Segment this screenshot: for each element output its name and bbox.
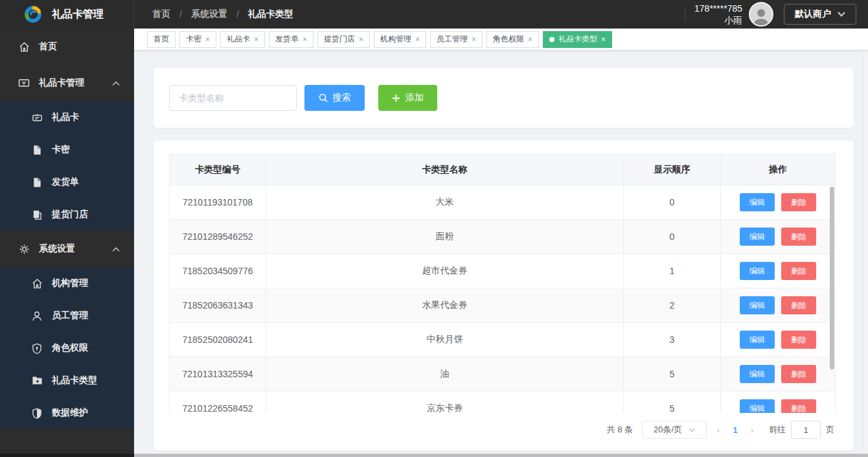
table-row: 71852034509776 超市代金券 1 编辑 删除 [170, 254, 835, 288]
page-size-value: 20条/页 [654, 424, 682, 436]
sidebar-item-shipment[interactable]: 发货单 [0, 166, 134, 198]
document-icon [31, 144, 43, 156]
sidebar-item-label: 机构管理 [52, 277, 88, 289]
sidebar-group-settings[interactable]: 系统设置 [0, 231, 134, 267]
breadcrumb-home[interactable]: 首页 [152, 8, 170, 20]
cell-card-type-name: 京东卡券 [266, 392, 624, 413]
table-row: 72101313325594 油 5 编辑 删除 [170, 357, 835, 392]
cell-actions: 编辑 删除 [721, 392, 835, 413]
sidebar-item-giftcard-type[interactable]: 礼品卡类型 [0, 364, 134, 397]
current-page[interactable]: 1 [730, 425, 740, 435]
user-phone: 178*****785 [694, 3, 742, 14]
edit-button[interactable]: 编辑 [740, 193, 775, 211]
cell-card-type-id: 72101313325594 [170, 357, 266, 392]
table-row: 72101289546252 面粉 0 编辑 删除 [170, 220, 835, 254]
header-right: 178*****785 小雨 默认商户 [685, 2, 868, 27]
prev-page-button[interactable]: ‹ [712, 425, 725, 435]
tab-home[interactable]: 首页 [147, 31, 176, 48]
logo-zone: 礼品卡管理 [0, 0, 134, 29]
goto-page-input[interactable] [791, 421, 821, 439]
close-icon[interactable]: × [205, 35, 210, 44]
gift-card-icon [18, 77, 30, 89]
data-table: 卡类型编号 卡类型名称 显示顺序 操作 72101193101708 大米 0 … [169, 154, 836, 413]
close-icon[interactable]: × [472, 35, 476, 44]
cell-card-type-id: 72101289546252 [170, 220, 266, 254]
window-horizontal-scrollbar[interactable] [134, 454, 868, 457]
cell-card-type-name: 中秋月饼 [266, 323, 624, 357]
breadcrumb-system[interactable]: 系统设置 [191, 8, 227, 20]
cell-display-order: 5 [624, 392, 721, 413]
chevron-up-icon [112, 244, 120, 254]
tab-label: 礼品卡类型 [558, 34, 597, 45]
edit-button[interactable]: 编辑 [740, 365, 775, 383]
sidebar-item-org-management[interactable]: 机构管理 [0, 267, 134, 299]
edit-button[interactable]: 编辑 [740, 331, 775, 349]
table-row: 72101226558452 京东卡券 5 编辑 删除 [170, 392, 835, 413]
close-icon[interactable]: × [359, 35, 363, 44]
close-icon[interactable]: × [528, 35, 532, 44]
search-input[interactable] [169, 85, 297, 111]
sidebar-item-role-permission[interactable]: 角色权限 [0, 332, 134, 364]
tab-cardkey[interactable]: 卡密× [179, 31, 216, 48]
delete-button[interactable]: 删除 [781, 331, 816, 349]
sidebar-item-giftcard[interactable]: 礼品卡 [0, 101, 134, 134]
page-size-select[interactable]: 20条/页 [642, 421, 707, 439]
sidebar-item-label: 数据维护 [52, 407, 88, 419]
sidebar-item-pickup-store[interactable]: 提货门店 [0, 198, 134, 231]
copy-document-icon [31, 209, 43, 220]
delete-button[interactable]: 删除 [781, 296, 816, 314]
main-content: 搜索 添加 卡类型编号 卡类型名称 显示顺序 操作 72101193101708… [134, 51, 868, 454]
cell-card-type-id: 71852034509776 [170, 254, 266, 288]
search-button[interactable]: 搜索 [304, 85, 365, 111]
add-button[interactable]: 添加 [378, 85, 437, 111]
sidebar-item-label: 卡密 [52, 144, 70, 156]
pagination: 共 8 条 20条/页 ‹ 1 › 前往 页 [169, 421, 836, 439]
tab-pickup-store[interactable]: 提货门店× [317, 31, 370, 48]
sidebar-group-giftcard[interactable]: 礼品卡管理 [0, 65, 134, 101]
merchant-select-button[interactable]: 默认商户 [784, 4, 856, 25]
cell-actions: 编辑 删除 [721, 357, 835, 392]
person-icon [751, 6, 771, 25]
tab-giftcard[interactable]: 礼品卡× [220, 31, 265, 48]
submenu-settings: 机构管理 员工管理 角色权限 礼品卡类型 数据维护 [0, 267, 134, 429]
delete-button[interactable]: 删除 [781, 399, 816, 413]
edit-button[interactable]: 编辑 [740, 228, 775, 246]
sidebar-item-data-maintenance[interactable]: 数据维护 [0, 397, 134, 429]
edit-button[interactable]: 编辑 [740, 399, 775, 413]
tab-giftcard-type-active[interactable]: 礼品卡类型× [543, 31, 612, 48]
delete-button[interactable]: 删除 [781, 365, 816, 383]
close-icon[interactable]: × [601, 35, 606, 44]
delete-button[interactable]: 删除 [781, 228, 816, 246]
cell-actions: 编辑 删除 [721, 185, 835, 220]
sidebar-item-label: 发货单 [52, 176, 79, 188]
delete-button[interactable]: 删除 [781, 262, 816, 280]
sidebar-item-staff-management[interactable]: 员工管理 [0, 299, 134, 332]
chevron-down-icon [689, 428, 695, 432]
sidebar-item-label: 角色权限 [52, 342, 88, 354]
next-page-button[interactable]: › [746, 425, 759, 435]
sidebar-item-cardkey[interactable]: 卡密 [0, 134, 134, 166]
app-logo-icon [23, 5, 43, 24]
tab-org-management[interactable]: 机构管理× [374, 31, 426, 48]
close-icon[interactable]: × [254, 35, 258, 44]
avatar[interactable] [749, 2, 773, 27]
tab-staff-management[interactable]: 员工管理× [430, 31, 483, 48]
column-header: 操作 [721, 154, 835, 185]
close-icon[interactable]: × [415, 35, 420, 44]
window-vertical-scrollbar[interactable] [863, 51, 868, 454]
close-icon[interactable]: × [303, 35, 307, 44]
tags-view-bar: 首页 卡密× 礼品卡× 发货单× 提货门店× 机构管理× 员工管理× 角色权限×… [134, 29, 868, 51]
tab-role-permission[interactable]: 角色权限× [486, 31, 539, 48]
sidebar-item-label: 员工管理 [52, 310, 88, 322]
sidebar-item-label: 提货门店 [52, 209, 88, 220]
shield-key-icon [31, 342, 43, 354]
sidebar: 首页 礼品卡管理 礼品卡 卡密 发货单 [0, 29, 134, 457]
edit-button[interactable]: 编辑 [740, 296, 775, 314]
sidebar-item-home[interactable]: 首页 [0, 29, 134, 65]
table-vertical-scrollbar[interactable] [830, 187, 834, 369]
delete-button[interactable]: 删除 [781, 193, 816, 211]
add-button-label: 添加 [405, 92, 424, 104]
tab-shipment[interactable]: 发货单× [269, 31, 314, 48]
divider [685, 7, 685, 21]
edit-button[interactable]: 编辑 [740, 262, 775, 280]
